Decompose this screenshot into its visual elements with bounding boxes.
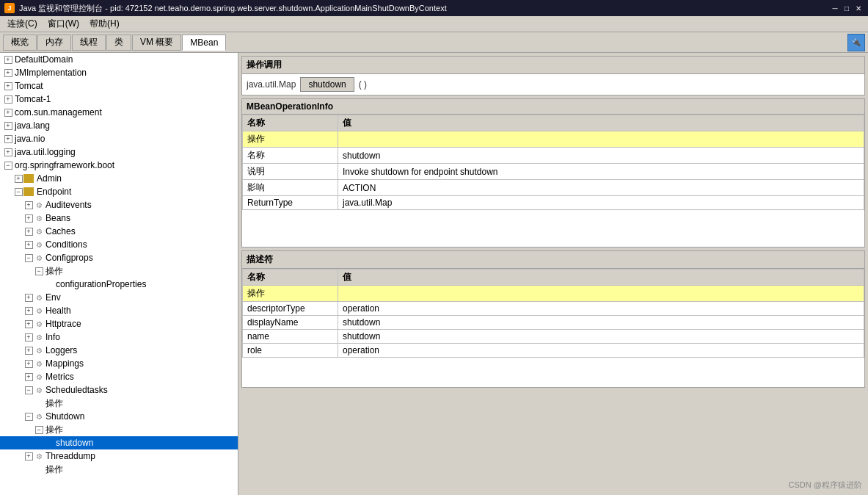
connect-icon-btn[interactable]: 🔌	[847, 34, 865, 51]
tree-item-httptrace[interactable]: ⚙ Httptrace	[0, 317, 238, 330]
expand-metrics[interactable]	[23, 372, 34, 382]
expand-admin[interactable]	[13, 173, 23, 184]
expand-httptrace[interactable]	[23, 319, 34, 329]
tree-item-defaultdomain[interactable]: DefaultDomain	[0, 53, 238, 66]
expand-configprops-ops[interactable]	[34, 266, 44, 276]
tab-threads[interactable]: 线程	[72, 35, 106, 51]
tree-item-caches[interactable]: ⚙ Caches	[0, 225, 238, 238]
tree-item-beans[interactable]: ⚙ Beans	[0, 212, 238, 225]
expand-shutdown[interactable]	[23, 411, 34, 422]
title-bar-left: J Java 监视和管理控制台 - pid: 472152 net.teaho.…	[4, 3, 447, 14]
tree-item-scheduledtasks-ops[interactable]: 操作	[0, 397, 238, 410]
expand-health[interactable]	[23, 306, 34, 316]
tab-classes[interactable]: 类	[106, 35, 131, 51]
tree-item-admin[interactable]: Admin	[0, 172, 238, 185]
gear-icon-threaddump: ⚙	[34, 451, 44, 461]
tree-item-threaddump[interactable]: ⚙ Threaddump	[0, 449, 238, 463]
tab-mbean[interactable]: MBean	[182, 35, 226, 51]
tree-label-comsun: com.sun.management	[13, 107, 102, 118]
tree-item-conditions[interactable]: ⚙ Conditions	[0, 238, 238, 251]
expand-tomcat1[interactable]	[3, 94, 13, 104]
expand-springboot[interactable]	[3, 160, 13, 170]
section-descriptor: 描述符 名称 值 操作 descriptorType operation	[241, 250, 865, 388]
mbean-row-0: 名称 shutdown	[243, 148, 864, 164]
tree-item-loggers[interactable]: ⚙ Loggers	[0, 344, 238, 357]
expand-info[interactable]	[23, 332, 34, 342]
expand-configprops[interactable]	[23, 253, 34, 263]
expand-beans[interactable]	[23, 213, 34, 223]
expand-comsun[interactable]	[3, 107, 13, 118]
tree-label-shutdown-op: shutdown	[54, 438, 93, 448]
expand-javanio[interactable]	[3, 134, 13, 144]
tree-item-mappings[interactable]: ⚙ Mappings	[0, 357, 238, 370]
tree-item-configprops-ops[interactable]: 操作	[0, 264, 238, 278]
tree-item-tomcat[interactable]: Tomcat	[0, 79, 238, 93]
minimize-button[interactable]: ─	[830, 3, 840, 13]
desc-row1-value: shutdown	[338, 316, 864, 330]
shutdown-button[interactable]: shutdown	[300, 77, 354, 92]
tree-item-javalogging[interactable]: java.util.logging	[0, 145, 238, 159]
expand-javalogging[interactable]	[3, 147, 13, 157]
tree-item-javanio[interactable]: java.nio	[0, 132, 238, 145]
tree-item-comsun[interactable]: com.sun.management	[0, 106, 238, 119]
tree-item-configprops[interactable]: ⚙ Configprops	[0, 251, 238, 264]
expand-tomcat[interactable]	[3, 81, 13, 91]
expand-auditevents[interactable]	[23, 200, 34, 210]
tree-item-scheduledtasks[interactable]: ⚙ Scheduledtasks	[0, 383, 238, 397]
tab-overview[interactable]: 概览	[3, 35, 37, 51]
tree-item-auditevents[interactable]: ⚙ Auditevents	[0, 198, 238, 212]
expand-javalang[interactable]	[3, 120, 13, 131]
expand-loggers[interactable]	[23, 345, 34, 355]
expand-shutdown-ops[interactable]	[34, 424, 44, 435]
expand-defaultdomain[interactable]	[3, 54, 13, 65]
expand-jmimplementation[interactable]	[3, 68, 13, 78]
expand-scheduledtasks-ops	[34, 398, 44, 408]
tree-item-endpoint[interactable]: Endpoint	[0, 185, 238, 198]
desc-row-0: descriptorType operation	[243, 302, 864, 316]
menu-connect[interactable]: 连接(C)	[3, 16, 42, 32]
tree-label-auditevents: Auditevents	[44, 200, 92, 210]
desc-row-1: displayName shutdown	[243, 316, 864, 330]
tree-item-metrics[interactable]: ⚙ Metrics	[0, 370, 238, 383]
tab-memory[interactable]: 内存	[37, 35, 71, 51]
expand-env[interactable]	[23, 292, 34, 303]
tree-label-caches: Caches	[44, 226, 76, 236]
desc-header-name: 名称	[243, 270, 338, 286]
gear-icon-shutdown: ⚙	[34, 411, 44, 422]
mbean-spacer	[242, 210, 864, 247]
expand-configurationproperties	[44, 279, 54, 289]
tree-item-configurationproperties[interactable]: configurationProperties	[0, 278, 238, 291]
desc-highlight-row: 操作	[243, 286, 864, 302]
desc-row3-value: operation	[338, 344, 864, 358]
tree-label-threaddump: Threaddump	[44, 451, 95, 461]
expand-caches[interactable]	[23, 226, 34, 236]
maximize-button[interactable]: □	[842, 3, 852, 13]
tree-item-javalang[interactable]: java.lang	[0, 119, 238, 132]
expand-conditions[interactable]	[23, 239, 34, 250]
desc-row2-value: shutdown	[338, 330, 864, 344]
tree-item-shutdown-op[interactable]: shutdown	[0, 436, 238, 449]
expand-scheduledtasks[interactable]	[23, 385, 34, 395]
tree-item-springboot[interactable]: org.springframework.boot	[0, 159, 238, 172]
folder-icon-admin	[23, 174, 34, 183]
tree-item-jmimplementation[interactable]: JMImplementation	[0, 66, 238, 79]
tree-item-threaddump-ops[interactable]: 操作	[0, 463, 238, 476]
tree-item-env[interactable]: ⚙ Env	[0, 291, 238, 304]
gear-icon-scheduledtasks: ⚙	[34, 385, 44, 395]
tree-label-shutdown-ops: 操作	[44, 424, 63, 436]
desc-row0-value: operation	[338, 302, 864, 316]
menu-help[interactable]: 帮助(H)	[85, 16, 124, 32]
expand-threaddump[interactable]	[23, 451, 34, 461]
gear-icon-metrics: ⚙	[34, 372, 44, 382]
tree-item-tomcat1[interactable]: Tomcat-1	[0, 93, 238, 106]
mbean-row3-name: ReturnType	[243, 196, 338, 210]
expand-endpoint[interactable]	[13, 187, 23, 197]
menu-window[interactable]: 窗口(W)	[43, 16, 84, 32]
tree-item-info[interactable]: ⚙ Info	[0, 330, 238, 344]
expand-mappings[interactable]	[23, 358, 34, 369]
tree-item-shutdown-ops[interactable]: 操作	[0, 423, 238, 436]
close-button[interactable]: ✕	[853, 3, 864, 13]
tab-vm[interactable]: VM 概要	[132, 35, 181, 51]
tree-item-health[interactable]: ⚙ Health	[0, 304, 238, 317]
tree-item-shutdown[interactable]: ⚙ Shutdown	[0, 410, 238, 423]
